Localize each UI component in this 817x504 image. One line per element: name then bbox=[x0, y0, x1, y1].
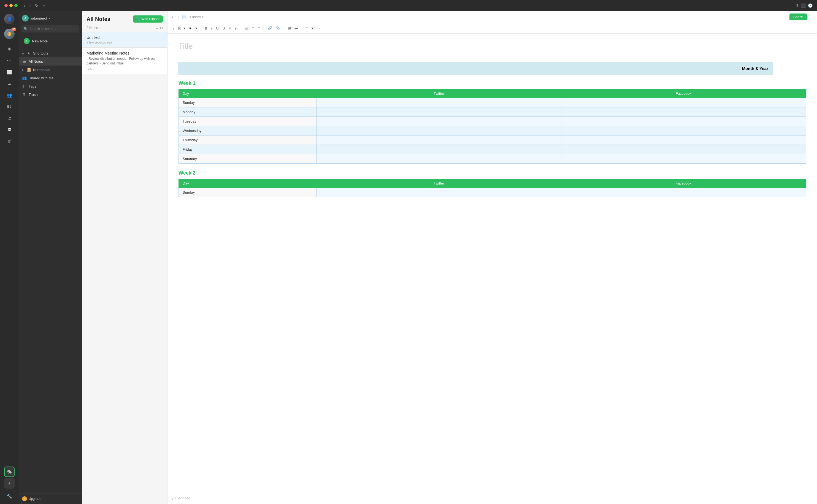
more-options-button[interactable]: ··· bbox=[4, 55, 15, 66]
add-workspace-button[interactable]: ⊕ bbox=[4, 44, 15, 54]
note-title-untitled: Untitled bbox=[86, 35, 163, 40]
sidebar-nav: ▶ ★ Shortcuts ☰ All Notes ▶ 📔 Notebooks … bbox=[19, 48, 82, 493]
nav-back-button[interactable]: ‹ bbox=[23, 3, 26, 8]
hashtag-button[interactable]: # bbox=[4, 136, 15, 147]
toolbar-align[interactable]: ≡ bbox=[304, 25, 309, 31]
user-icon: a bbox=[22, 15, 29, 21]
settings-button[interactable]: 🔧 bbox=[4, 491, 15, 501]
toolbar-checkbox[interactable]: ☑ bbox=[244, 25, 250, 31]
share-button[interactable]: Share bbox=[789, 13, 807, 20]
box-icon-button[interactable]: ⬜ bbox=[4, 67, 15, 77]
toolbar-table[interactable]: ⊞ bbox=[286, 25, 292, 31]
facebook-cell[interactable] bbox=[561, 136, 806, 145]
toolbar-code-inline[interactable]: () bbox=[234, 25, 239, 31]
day-cell[interactable]: Saturday bbox=[179, 154, 317, 164]
new-note-button[interactable]: + New Note bbox=[21, 36, 79, 46]
note-date-marketing: Feb 2 bbox=[86, 67, 163, 71]
toolbar-color-swatch[interactable]: ■ bbox=[188, 25, 193, 31]
breadcrumb-inbox[interactable]: < Inbox > bbox=[189, 15, 204, 19]
toolbar-italic[interactable]: I bbox=[210, 25, 214, 31]
toolbar-strikethrough[interactable]: S bbox=[221, 25, 226, 31]
people-button[interactable]: 👥 bbox=[4, 90, 15, 100]
facebook-cell[interactable] bbox=[561, 145, 806, 154]
toolbar-underline[interactable]: U bbox=[215, 25, 220, 31]
sidebar-item-trash[interactable]: 🗑 Trash bbox=[19, 90, 82, 99]
twitter-cell[interactable] bbox=[316, 188, 561, 197]
toolbar-more[interactable]: ··· bbox=[316, 25, 322, 31]
icon-bar: 👤 😊 98 ⊕ ··· ⬜ ☁ 👥 Bē 🗂 💬 bbox=[0, 11, 19, 504]
twitter-cell[interactable] bbox=[316, 107, 561, 117]
twitter-cell[interactable] bbox=[316, 154, 561, 164]
user-menu-chevron[interactable]: ▾ bbox=[49, 17, 50, 20]
clock-icon[interactable]: 🕐 bbox=[808, 3, 813, 8]
day-cell[interactable]: Sunday bbox=[179, 98, 317, 107]
view-icon[interactable]: ⊡ bbox=[160, 26, 163, 30]
sidebar-item-shortcuts[interactable]: ▶ ★ Shortcuts bbox=[19, 49, 82, 57]
evernote-button[interactable]: 🐘 bbox=[4, 467, 15, 477]
toolbar-highlight[interactable]: H bbox=[227, 25, 232, 31]
facebook-cell[interactable] bbox=[561, 154, 806, 164]
traffic-light-red[interactable] bbox=[4, 4, 8, 7]
sort-icon[interactable]: ⇅ bbox=[155, 26, 158, 30]
toolbar-ordered-list[interactable]: ≡ bbox=[251, 25, 256, 31]
month-year-cell[interactable]: Month & Year bbox=[179, 62, 773, 75]
twitter-cell[interactable] bbox=[316, 126, 561, 136]
avatar1[interactable]: 👤 bbox=[4, 14, 15, 24]
twitter-cell[interactable] bbox=[316, 136, 561, 145]
nav-forward-button[interactable]: › bbox=[28, 3, 32, 8]
twitter-cell[interactable] bbox=[316, 117, 561, 126]
toolbar-color-chevron[interactable]: ▾ bbox=[194, 25, 199, 31]
day-cell[interactable]: Thursday bbox=[179, 136, 317, 145]
sidebar-item-shared[interactable]: 👥 Shared with Me bbox=[19, 74, 82, 82]
editor-title[interactable]: Title bbox=[178, 42, 806, 51]
sidebar-item-all-notes[interactable]: ☰ All Notes bbox=[19, 57, 82, 66]
add-app-button[interactable]: + bbox=[4, 478, 15, 489]
facebook-cell[interactable] bbox=[561, 117, 806, 126]
web-clipper-label: Web Clipper bbox=[141, 17, 159, 21]
note-item-marketing[interactable]: Marketing Meeting Notes - Review distrib… bbox=[82, 48, 167, 74]
stack-icon[interactable]: ⬛ bbox=[801, 3, 806, 8]
day-cell[interactable]: Monday bbox=[179, 107, 317, 117]
toolbar-unordered-list[interactable]: ≡ bbox=[257, 25, 262, 31]
add-tag-placeholder[interactable]: Add tag bbox=[178, 496, 190, 500]
all-notes-icon: ☰ bbox=[22, 59, 26, 64]
toolbar-chevron[interactable]: ∨ bbox=[171, 25, 176, 31]
traffic-light-yellow[interactable] bbox=[9, 4, 13, 7]
cloud-button[interactable]: ☁ bbox=[4, 78, 15, 89]
facebook-cell[interactable] bbox=[561, 98, 806, 107]
twitter-cell[interactable] bbox=[316, 98, 561, 107]
facebook-cell[interactable] bbox=[561, 126, 806, 136]
sidebar-footer: ₿ Upgrade bbox=[19, 493, 82, 504]
breadcrumb-back-button[interactable]: ↩ bbox=[172, 14, 175, 20]
toolbar-bold[interactable]: B bbox=[203, 25, 209, 31]
day-cell[interactable]: Friday bbox=[179, 145, 317, 154]
facebook-cell[interactable] bbox=[561, 107, 806, 117]
facebook-cell[interactable] bbox=[561, 188, 806, 197]
sidebar-item-tags[interactable]: 🏷 Tags bbox=[19, 82, 82, 90]
behance-button[interactable]: Bē bbox=[4, 101, 15, 112]
sidebar-item-notebooks[interactable]: ▶ 📔 Notebooks bbox=[19, 66, 82, 74]
toolbar-attachment[interactable]: 📎 bbox=[275, 25, 282, 31]
note-item-untitled[interactable]: Untitled a few seconds ago bbox=[82, 32, 167, 48]
toolbar-hr[interactable]: — bbox=[293, 25, 300, 31]
discord-button[interactable]: 💬 bbox=[4, 124, 15, 135]
toolbar-align-chevron[interactable]: ▾ bbox=[310, 25, 315, 31]
day-cell[interactable]: Sunday bbox=[179, 188, 317, 197]
day-cell[interactable]: Tuesday bbox=[179, 117, 317, 126]
twitter-cell[interactable] bbox=[316, 145, 561, 154]
share-icon[interactable]: ⬆ bbox=[796, 3, 799, 8]
traffic-light-green[interactable] bbox=[14, 4, 18, 7]
editor-more-button[interactable]: ··· bbox=[809, 15, 813, 20]
week1-heading: Week 1 bbox=[178, 80, 806, 86]
reload-button[interactable]: ↻ bbox=[34, 3, 39, 8]
topbar-divider: | bbox=[178, 15, 179, 19]
bucket-button[interactable]: 🗂 bbox=[4, 113, 15, 123]
toolbar-link[interactable]: 🔗 bbox=[266, 25, 274, 31]
home-button[interactable]: ⌂ bbox=[42, 3, 46, 8]
day-cell[interactable]: Wednesday bbox=[179, 126, 317, 136]
search-input[interactable] bbox=[29, 27, 77, 31]
toolbar-font-size-button[interactable]: ▾ bbox=[182, 25, 187, 31]
web-clipper-button[interactable]: 📎 Web Clipper bbox=[133, 15, 163, 23]
upgrade-label[interactable]: Upgrade bbox=[29, 497, 41, 501]
month-year-empty-cell[interactable] bbox=[773, 62, 806, 75]
